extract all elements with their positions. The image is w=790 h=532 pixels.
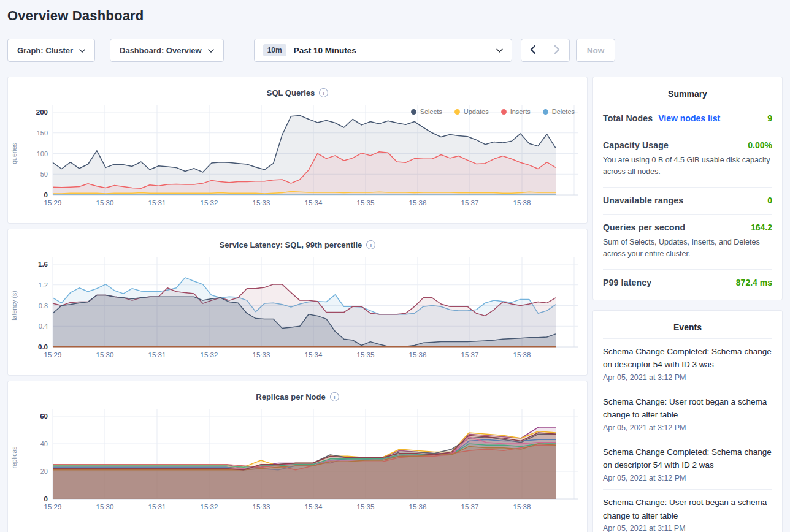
event-text: Schema Change Completed: Schema change o… xyxy=(603,446,772,472)
svg-text:15:34: 15:34 xyxy=(305,351,323,359)
svg-text:15:29: 15:29 xyxy=(44,199,62,207)
svg-text:15:38: 15:38 xyxy=(513,503,531,511)
svg-text:15:36: 15:36 xyxy=(409,503,427,511)
graph-dropdown-label: Graph: Cluster xyxy=(17,46,73,55)
info-icon[interactable]: i xyxy=(330,392,339,401)
toolbar-divider xyxy=(239,40,239,61)
time-step-buttons xyxy=(521,39,570,62)
svg-text:15:38: 15:38 xyxy=(513,199,531,207)
dashboard-dropdown[interactable]: Dashboard: Overview xyxy=(110,39,224,62)
event-item[interactable]: Schema Change: User root began a schema … xyxy=(603,389,772,439)
svg-text:latency (s): latency (s) xyxy=(10,291,18,320)
svg-text:200: 200 xyxy=(36,108,48,116)
svg-text:15:32: 15:32 xyxy=(201,503,218,511)
event-timestamp: Apr 05, 2021 at 3:12 PM xyxy=(603,424,772,432)
svg-text:15:33: 15:33 xyxy=(253,503,270,511)
svg-text:100: 100 xyxy=(37,150,48,158)
charts-column: SQL Queries i Selects Updates Inserts xyxy=(7,77,588,532)
now-button[interactable]: Now xyxy=(576,39,616,62)
legend-item-selects[interactable]: Selects xyxy=(411,108,442,115)
event-text: Schema Change Completed: Schema change o… xyxy=(603,345,772,371)
summary-label: Queries per second xyxy=(603,222,685,232)
toolbar: Graph: Cluster Dashboard: Overview 10m P… xyxy=(7,39,783,62)
events-panel: Events Schema Change Completed: Schema c… xyxy=(592,310,783,532)
svg-text:15:30: 15:30 xyxy=(96,199,114,207)
sql-queries-chart-panel: SQL Queries i Selects Updates Inserts xyxy=(7,77,588,224)
svg-text:1.6: 1.6 xyxy=(38,260,48,268)
summary-label: P99 latency xyxy=(603,278,651,287)
legend-dot xyxy=(411,109,416,115)
svg-text:15:29: 15:29 xyxy=(44,351,62,359)
time-range-badge: 10m xyxy=(263,44,286,56)
legend-item-inserts[interactable]: Inserts xyxy=(501,108,531,115)
summary-row-capacity-usage: Capacity Usage 0.00% You are using 0 B o… xyxy=(603,132,772,187)
view-nodes-list-link[interactable]: View nodes list xyxy=(658,113,720,123)
svg-text:15:35: 15:35 xyxy=(357,199,375,207)
svg-text:15:31: 15:31 xyxy=(148,351,166,359)
svg-text:50: 50 xyxy=(40,170,48,178)
chevron-left-icon xyxy=(530,45,535,56)
summary-row-total-nodes: Total Nodes View nodes list 9 xyxy=(603,105,772,132)
svg-text:0: 0 xyxy=(44,495,48,503)
legend-label: Updates xyxy=(464,108,489,115)
event-text: Schema Change: User root began a schema … xyxy=(603,496,772,522)
graph-dropdown[interactable]: Graph: Cluster xyxy=(7,39,95,62)
svg-text:replicas: replicas xyxy=(10,446,18,468)
legend-dot xyxy=(454,109,460,115)
legend-label: Deletes xyxy=(552,108,575,115)
svg-text:15:37: 15:37 xyxy=(461,351,479,359)
svg-text:15:34: 15:34 xyxy=(305,503,323,511)
summary-row-p99-latency: P99 latency 872.4 ms xyxy=(603,269,772,296)
svg-text:15:37: 15:37 xyxy=(461,503,479,511)
svg-text:15:38: 15:38 xyxy=(513,351,531,359)
svg-text:15:36: 15:36 xyxy=(409,199,427,207)
event-item[interactable]: Schema Change Completed: Schema change o… xyxy=(603,338,772,389)
time-range-label: Past 10 Minutes xyxy=(294,46,356,55)
chart-legend: Selects Updates Inserts Deletes xyxy=(411,108,575,115)
svg-text:0.8: 0.8 xyxy=(39,302,48,310)
chart-title: Replicas per Node xyxy=(256,392,325,401)
chevron-down-icon xyxy=(496,48,503,53)
svg-text:60: 60 xyxy=(40,412,48,420)
svg-text:15:36: 15:36 xyxy=(409,351,427,359)
summary-note: You are using 0 B of 4.5 GiB usable disk… xyxy=(603,154,772,178)
event-timestamp: Apr 05, 2021 at 3:12 PM xyxy=(603,373,772,382)
chevron-down-icon xyxy=(79,49,85,53)
svg-text:20: 20 xyxy=(40,468,48,475)
summary-value: 164.2 xyxy=(751,222,772,232)
summary-panel: Summary Total Nodes View nodes list 9 Ca… xyxy=(592,77,783,300)
summary-row-unavailable-ranges: Unavailable ranges 0 xyxy=(603,187,772,214)
svg-text:queries: queries xyxy=(10,143,18,164)
replicas-per-node-chart[interactable]: 15:2915:3015:3115:3215:3315:3415:3515:36… xyxy=(8,403,587,519)
svg-text:15:30: 15:30 xyxy=(96,351,114,359)
summary-label: Unavailable ranges xyxy=(603,196,683,205)
svg-text:40: 40 xyxy=(40,440,48,447)
dashboard-dropdown-label: Dashboard: Overview xyxy=(120,46,202,55)
events-title: Events xyxy=(603,311,772,338)
info-icon[interactable]: i xyxy=(319,88,328,97)
service-latency-chart[interactable]: 15:2915:3015:3115:3215:3315:3415:3515:36… xyxy=(8,251,587,367)
svg-text:15:31: 15:31 xyxy=(148,503,166,511)
legend-item-updates[interactable]: Updates xyxy=(454,108,489,115)
info-icon[interactable]: i xyxy=(366,240,375,249)
next-interval-button[interactable] xyxy=(545,39,569,61)
svg-text:15:34: 15:34 xyxy=(305,199,323,207)
event-item[interactable]: Schema Change Completed: Schema change o… xyxy=(603,439,772,489)
legend-label: Inserts xyxy=(510,108,531,115)
sql-queries-chart[interactable]: 15:2915:3015:3115:3215:3315:3415:3515:36… xyxy=(8,99,587,215)
time-range-picker[interactable]: 10m Past 10 Minutes xyxy=(254,39,512,62)
event-item[interactable]: Schema Change: User root began a schema … xyxy=(603,489,772,532)
previous-interval-button[interactable] xyxy=(521,39,545,61)
svg-text:15:29: 15:29 xyxy=(44,503,62,511)
svg-text:0: 0 xyxy=(44,191,48,199)
svg-text:15:31: 15:31 xyxy=(148,199,166,207)
summary-value: 0.00% xyxy=(748,140,772,150)
chart-title: SQL Queries xyxy=(267,88,315,97)
summary-row-queries-per-second: Queries per second 164.2 Sum of Selects,… xyxy=(603,214,772,269)
legend-item-deletes[interactable]: Deletes xyxy=(543,108,575,115)
svg-text:15:35: 15:35 xyxy=(357,503,375,511)
chevron-right-icon xyxy=(554,45,560,56)
svg-text:15:37: 15:37 xyxy=(461,199,479,207)
legend-dot xyxy=(501,109,507,115)
svg-text:15:32: 15:32 xyxy=(201,351,218,359)
